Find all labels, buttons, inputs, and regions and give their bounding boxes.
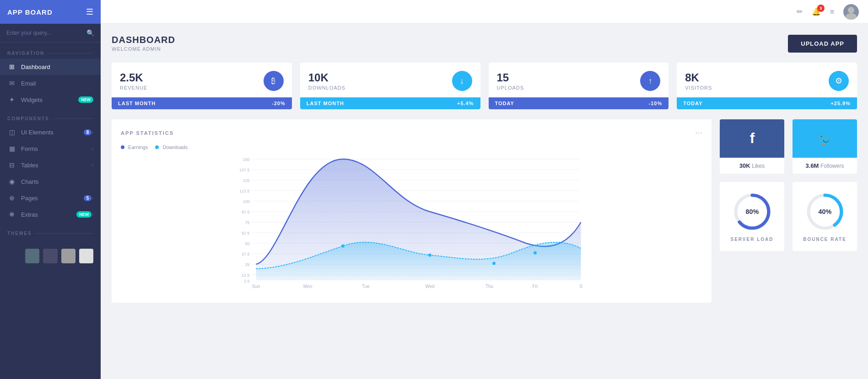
sidebar-item-label: Charts	[21, 178, 93, 185]
stat-change: +25.9%	[830, 101, 851, 106]
twitter-followers-label: Followers	[820, 163, 844, 169]
svg-text:125: 125	[243, 178, 249, 183]
server-load-svg: 80%	[732, 191, 773, 232]
theme-swatch-3[interactable]	[43, 249, 57, 263]
stat-card-values: 15 UPLOADS	[497, 71, 524, 91]
chart-title: APP STATISTICS	[121, 130, 174, 136]
sidebar-item-tables[interactable]: ⊟ Tables ›	[0, 157, 101, 173]
svg-text:87.5: 87.5	[242, 210, 250, 214]
app-title: APP BOARD	[7, 8, 53, 16]
chevron-icon: ›	[92, 212, 93, 217]
stat-label: DOWNLOADS	[308, 85, 345, 91]
stat-card-values: 2.5K REVENUE	[120, 71, 147, 91]
chart-container: 150 137.5 125 112.5 100 87.5 75 62.5 50 …	[121, 155, 702, 294]
menu-icon[interactable]: ☰	[86, 7, 93, 17]
sidebar-item-label: Tables	[21, 162, 92, 169]
svg-text:Mon: Mon	[303, 284, 312, 289]
sidebar-item-widgets[interactable]: ✦ Widgets NEW	[0, 91, 101, 108]
svg-text:100: 100	[243, 199, 249, 204]
dashboard-header: DASHBOARD WELCOME ADMIN UPLOAD APP	[112, 35, 857, 53]
sidebar-item-email[interactable]: ✉ Email	[0, 75, 101, 91]
theme-swatch-4[interactable]	[61, 249, 75, 263]
chart-header: APP STATISTICS ⋯	[121, 128, 702, 137]
notification-badge: 3	[817, 5, 825, 12]
lower-grid: APP STATISTICS ⋯ Earnings Downloads	[112, 119, 857, 303]
stat-card-bottom: TODAY +25.9%	[677, 97, 857, 109]
sidebar-item-label: Forms	[21, 145, 92, 152]
search-input[interactable]	[6, 30, 86, 36]
stat-period: LAST MONTH	[118, 101, 156, 106]
svg-text:f: f	[749, 130, 755, 146]
facebook-likes-label: Likes	[752, 163, 765, 169]
bounce-rate-gauge: 40% BOUNCE RATE	[793, 182, 857, 251]
chart-menu-icon[interactable]: ⋯	[695, 128, 702, 137]
app-statistics-chart: 150 137.5 125 112.5 100 87.5 75 62.5 50 …	[121, 155, 702, 292]
chevron-icon: ›	[92, 146, 93, 151]
theme-swatch-1[interactable]	[7, 249, 22, 263]
search-icon[interactable]: 🔍	[86, 29, 94, 37]
svg-text:Wed: Wed	[425, 284, 434, 289]
forms-icon: ▦	[7, 145, 16, 152]
server-load-gauge: 80% SERVER LOAD	[720, 182, 784, 251]
themes-section-label: THEMES	[0, 223, 101, 239]
sidebar-header: APP BOARD ☰	[0, 0, 101, 24]
upload-app-button[interactable]: UPLOAD APP	[788, 35, 857, 53]
avatar[interactable]	[843, 4, 859, 20]
svg-text:40%: 40%	[818, 208, 831, 215]
stat-icon: ₿	[264, 71, 284, 91]
stat-icon: ⚙	[829, 71, 849, 91]
charts-icon: ◉	[7, 178, 16, 185]
twitter-stats: 3.6M Followers	[793, 158, 857, 174]
pencil-icon[interactable]: ✏	[797, 7, 803, 16]
dashboard-titles: DASHBOARD WELCOME ADMIN	[112, 35, 175, 52]
sidebar: APP BOARD ☰ 🔍 NAVIGATION ⊞ Dashboard ✉ E…	[0, 0, 101, 379]
topbar: ✏ 🔔 3 ≡	[101, 0, 868, 24]
facebook-icon-area: f	[720, 119, 784, 158]
stat-period: TODAY	[495, 101, 514, 106]
page-title: DASHBOARD	[112, 35, 175, 45]
facebook-stats: 30K Likes	[720, 158, 784, 174]
sidebar-item-forms[interactable]: ▦ Forms ›	[0, 140, 101, 157]
svg-text:62.5: 62.5	[242, 231, 250, 235]
stat-card-top: 15 UPLOADS ↑	[489, 63, 669, 97]
svg-text:Tue: Tue	[362, 284, 370, 289]
themes-section	[0, 239, 101, 270]
facebook-likes-count: 30K	[739, 162, 750, 169]
menu-lines-icon[interactable]: ≡	[830, 8, 834, 16]
facebook-card: f 30K Likes	[720, 119, 784, 174]
stat-card-values: 10K DOWNLOADS	[308, 71, 345, 91]
sidebar-item-ui-elements[interactable]: ◫ UI Elements 8 ›	[0, 124, 101, 140]
theme-swatch-2[interactable]	[25, 249, 39, 263]
svg-text:80%: 80%	[745, 208, 759, 215]
stat-period: TODAY	[683, 101, 702, 106]
sidebar-item-dashboard[interactable]: ⊞ Dashboard	[0, 59, 101, 75]
svg-text:S: S	[579, 284, 582, 289]
new-badge: NEW	[76, 211, 92, 218]
stat-card-bottom: LAST MONTH -20%	[112, 97, 292, 109]
sidebar-item-charts[interactable]: ◉ Charts	[0, 173, 101, 190]
twitter-card: 🐦 3.6M Followers	[793, 119, 857, 174]
downloads-dot	[155, 145, 159, 149]
bell-icon[interactable]: 🔔 3	[812, 7, 821, 16]
ui-elements-icon: ◫	[7, 128, 16, 136]
svg-point-0	[848, 7, 854, 13]
sidebar-item-label: UI Elements	[21, 129, 82, 136]
svg-text:75: 75	[245, 220, 249, 225]
sidebar-item-pages[interactable]: ⊕ Pages 5 ›	[0, 190, 101, 206]
pages-icon: ⊕	[7, 194, 16, 202]
stat-card-bottom: LAST MONTH +5.4%	[300, 97, 480, 109]
sidebar-item-extras[interactable]: ❋ Extras NEW ›	[0, 206, 101, 223]
download-point-mon	[341, 245, 345, 248]
stat-card-visitors: 8K VISITORS ⚙ TODAY +25.9%	[677, 63, 857, 109]
theme-swatch-5[interactable]	[79, 249, 93, 263]
social-cards: f 30K Likes 🐦 3.6M Followers	[720, 119, 857, 174]
sidebar-item-label: Pages	[21, 195, 82, 202]
chart-card: APP STATISTICS ⋯ Earnings Downloads	[112, 119, 712, 303]
svg-text:2.5: 2.5	[244, 279, 250, 283]
download-point-wed	[428, 254, 431, 257]
stat-card-bottom: TODAY -10%	[489, 97, 669, 109]
sidebar-search: 🔍	[0, 24, 101, 43]
stat-period: LAST MONTH	[307, 101, 344, 106]
twitter-followers-count: 3.6M	[806, 162, 819, 169]
sidebar-item-label: Email	[21, 80, 93, 87]
